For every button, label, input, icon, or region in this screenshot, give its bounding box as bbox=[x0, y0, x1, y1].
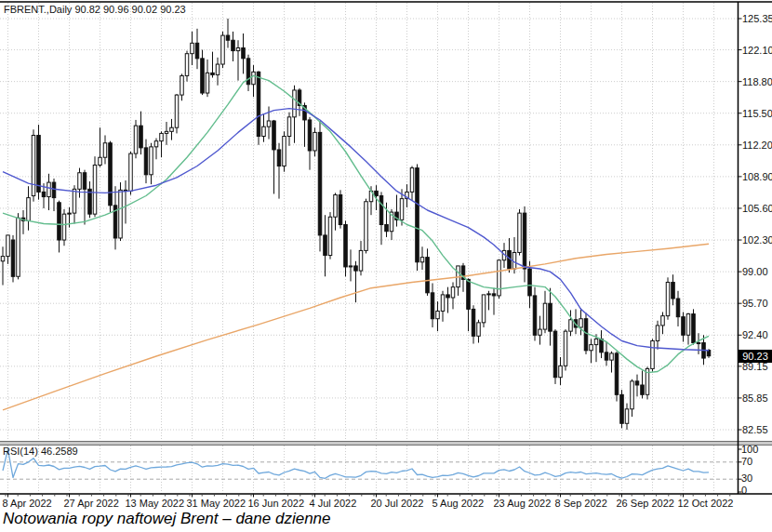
price-axis-label: 102.30 bbox=[742, 234, 772, 246]
price-axis-label: 115.50 bbox=[742, 108, 772, 119]
candlestick-series bbox=[1, 19, 711, 430]
candle bbox=[682, 312, 685, 341]
rsi-axis[interactable]: 10070300 bbox=[739, 444, 759, 496]
candle bbox=[277, 143, 281, 199]
candle bbox=[533, 287, 537, 341]
candle bbox=[134, 120, 138, 158]
candle bbox=[569, 310, 573, 336]
candle bbox=[236, 40, 240, 80]
price-axis-label: 82.55 bbox=[742, 424, 768, 435]
candle bbox=[83, 170, 87, 225]
candle bbox=[216, 58, 220, 86]
price-axis-label: 112.20 bbox=[742, 140, 772, 151]
chart-caption: Notowania ropy naftowej Brent – dane dzi… bbox=[3, 510, 331, 528]
rsi-axis-label: 30 bbox=[741, 472, 752, 484]
candle bbox=[641, 370, 645, 398]
candle bbox=[549, 288, 552, 346]
candle bbox=[195, 29, 199, 69]
candle bbox=[697, 333, 700, 354]
candle bbox=[99, 127, 102, 166]
candle bbox=[257, 71, 260, 145]
candle bbox=[482, 295, 486, 327]
candle bbox=[416, 164, 419, 271]
candle bbox=[180, 73, 184, 100]
candle bbox=[661, 312, 665, 334]
candle bbox=[308, 117, 312, 170]
candle bbox=[144, 140, 148, 184]
date-axis[interactable]: 8 Apr 202227 Apr 202213 May 202231 May 2… bbox=[3, 494, 734, 509]
candle bbox=[559, 357, 563, 385]
candle bbox=[17, 213, 20, 279]
candle bbox=[328, 212, 332, 259]
date-axis-label: 4 Jul 2022 bbox=[310, 498, 357, 509]
date-axis-label: 31 May 2022 bbox=[187, 498, 246, 509]
candle bbox=[273, 120, 276, 194]
price-axis-label: 95.70 bbox=[742, 298, 768, 309]
date-axis-label: 5 Aug 2022 bbox=[433, 498, 485, 509]
candle bbox=[201, 50, 205, 96]
candle bbox=[651, 339, 655, 371]
candle bbox=[313, 127, 317, 156]
candle bbox=[441, 291, 445, 322]
candle bbox=[631, 379, 634, 417]
price-gridlines bbox=[0, 19, 739, 430]
candle bbox=[109, 141, 113, 212]
candle bbox=[349, 249, 353, 281]
date-axis-label: 8 Sep 2022 bbox=[555, 498, 607, 509]
rsi-axis-label: 100 bbox=[741, 444, 758, 455]
candle bbox=[431, 284, 434, 328]
price-axis-label: 92.40 bbox=[742, 329, 768, 340]
price-axis[interactable]: 125.35122.10118.80115.50112.20108.90105.… bbox=[739, 13, 772, 435]
date-axis-label: 13 May 2022 bbox=[126, 498, 185, 509]
candle bbox=[446, 287, 450, 313]
candle bbox=[242, 33, 246, 73]
candle bbox=[472, 305, 475, 343]
candle bbox=[252, 65, 256, 97]
candle bbox=[129, 152, 133, 194]
candle bbox=[610, 352, 614, 373]
candle bbox=[287, 113, 291, 146]
price-axis-label: 105.60 bbox=[742, 203, 772, 214]
candle bbox=[150, 143, 153, 184]
candle bbox=[339, 190, 342, 228]
candle bbox=[672, 274, 675, 305]
price-axis-label: 122.10 bbox=[742, 45, 772, 56]
date-axis-label: 27 Apr 2022 bbox=[64, 498, 119, 509]
candle bbox=[477, 320, 481, 343]
candle bbox=[262, 114, 266, 142]
candle bbox=[246, 55, 250, 91]
rsi-indicator-label: RSI(14) 46.2589 bbox=[3, 446, 78, 457]
candle bbox=[543, 291, 547, 333]
candle bbox=[625, 404, 629, 430]
candle bbox=[7, 235, 10, 264]
candle bbox=[344, 220, 348, 276]
price-axis-label: 99.00 bbox=[742, 266, 768, 277]
date-axis-label: 26 Sep 2022 bbox=[617, 498, 674, 509]
candle bbox=[334, 193, 338, 230]
candle bbox=[395, 195, 399, 227]
candle bbox=[359, 241, 363, 275]
candle bbox=[539, 316, 542, 345]
candle bbox=[410, 166, 414, 201]
price-chart-canvas[interactable]: 125.35122.10118.80115.50112.20108.90105.… bbox=[0, 0, 772, 532]
candle bbox=[457, 266, 460, 296]
candle bbox=[686, 313, 690, 345]
rsi-line bbox=[3, 449, 709, 478]
candle bbox=[354, 261, 358, 302]
candle bbox=[574, 309, 578, 334]
price-axis-label: 118.80 bbox=[742, 76, 772, 87]
candle bbox=[467, 278, 471, 331]
candle bbox=[492, 288, 496, 315]
candle bbox=[165, 122, 168, 145]
date-axis-label: 23 Aug 2022 bbox=[494, 498, 552, 509]
candle bbox=[93, 156, 97, 217]
candle bbox=[676, 291, 680, 326]
candle bbox=[426, 248, 430, 296]
candle bbox=[103, 135, 107, 164]
price-axis-label: 108.90 bbox=[742, 171, 772, 182]
candle bbox=[635, 375, 639, 397]
candle bbox=[37, 125, 41, 200]
candle bbox=[523, 206, 526, 283]
candle bbox=[594, 334, 598, 362]
candle bbox=[666, 277, 670, 319]
